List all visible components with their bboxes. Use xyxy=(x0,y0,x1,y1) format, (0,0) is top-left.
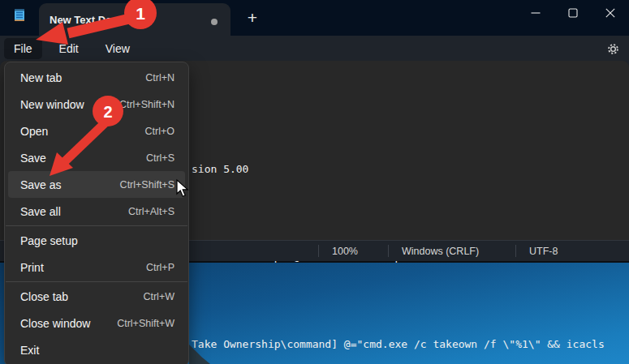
editor-line: Take Ownership\command] @="cmd.exe /c ta… xyxy=(192,337,605,352)
menu-item-exit[interactable]: Exit xyxy=(8,336,185,363)
menu-item-label: Exit xyxy=(20,344,39,357)
menu-item-label: Close window xyxy=(20,317,90,330)
menu-item-label: New tab xyxy=(20,71,62,84)
minimize-button[interactable] xyxy=(517,0,554,26)
close-button[interactable] xyxy=(592,0,629,26)
menu-item-save[interactable]: Save Ctrl+S xyxy=(8,144,185,171)
settings-button[interactable] xyxy=(604,40,622,58)
tab-title: New Text Docume xyxy=(50,14,140,26)
menu-item-close-tab[interactable]: Close tab Ctrl+W xyxy=(8,283,185,310)
minimize-icon xyxy=(531,8,541,18)
menu-separator xyxy=(6,281,187,282)
menu-item-label: Print xyxy=(20,261,44,274)
menu-item-shortcut: Ctrl+Shift+W xyxy=(117,318,174,329)
line-ending-indicator: Windows (CRLF) xyxy=(388,245,515,257)
menu-bar: File Edit View xyxy=(0,36,629,61)
notepad-app-icon xyxy=(13,7,26,26)
menu-edit[interactable]: Edit xyxy=(50,38,88,59)
menu-item-label: Save all xyxy=(20,205,61,218)
menu-item-open[interactable]: Open Ctrl+O xyxy=(8,118,185,144)
window-controls xyxy=(517,0,629,26)
maximize-icon xyxy=(568,8,578,18)
editor-line: sion 5.00 xyxy=(192,162,605,177)
file-menu-dropdown: New tab Ctrl+N New window Ctrl+Shift+N O… xyxy=(4,62,189,364)
menu-item-shortcut: Ctrl+Alt+S xyxy=(128,206,174,217)
menu-item-shortcut: Ctrl+N xyxy=(145,72,174,84)
menu-item-label: Close tab xyxy=(20,290,68,303)
gear-icon xyxy=(606,42,620,56)
encoding-indicator: UTF-8 xyxy=(515,245,629,257)
menu-item-shortcut: Ctrl+W xyxy=(143,291,174,302)
menu-item-shortcut: Ctrl+Shift+S xyxy=(120,179,174,191)
menu-item-label: Open xyxy=(20,125,48,138)
menu-item-shortcut: Ctrl+O xyxy=(145,126,174,137)
editor-line xyxy=(192,206,605,221)
menu-item-label: Page setup xyxy=(20,234,78,247)
editor-line xyxy=(192,293,605,308)
menu-item-close-window[interactable]: Close window Ctrl+Shift+W xyxy=(8,310,185,336)
menu-item-new-window[interactable]: New window Ctrl+Shift+N xyxy=(8,91,185,118)
menu-item-save-all[interactable]: Save all Ctrl+Alt+S xyxy=(8,198,185,225)
menu-item-label: Save as xyxy=(20,178,62,191)
menu-item-shortcut: Ctrl+Shift+N xyxy=(119,99,174,110)
menu-item-label: Save xyxy=(20,152,46,165)
menu-file[interactable]: File xyxy=(4,38,42,59)
zoom-level: 100% xyxy=(318,245,388,257)
menu-item-save-as[interactable]: Save as Ctrl+Shift+S xyxy=(8,171,185,198)
menu-item-new-tab[interactable]: New tab Ctrl+N xyxy=(8,64,185,91)
menu-item-print[interactable]: Print Ctrl+P xyxy=(8,254,185,280)
tab-new-text-document[interactable]: New Text Docume xyxy=(39,3,230,36)
menu-separator xyxy=(6,225,187,226)
plus-icon: + xyxy=(248,8,257,28)
menu-item-shortcut: Ctrl+S xyxy=(146,152,174,164)
unsaved-dot-icon xyxy=(211,19,218,25)
title-bar: New Text Docume + xyxy=(0,0,629,36)
menu-view[interactable]: View xyxy=(96,38,140,59)
menu-item-label: New window xyxy=(20,98,84,111)
maximize-button[interactable] xyxy=(554,0,592,26)
screen: New Text Docume + xyxy=(0,0,629,364)
new-tab-button[interactable]: + xyxy=(240,5,265,31)
menu-item-page-setup[interactable]: Page setup xyxy=(8,227,185,254)
menu-item-shortcut: Ctrl+P xyxy=(146,262,174,273)
close-icon xyxy=(605,8,615,18)
